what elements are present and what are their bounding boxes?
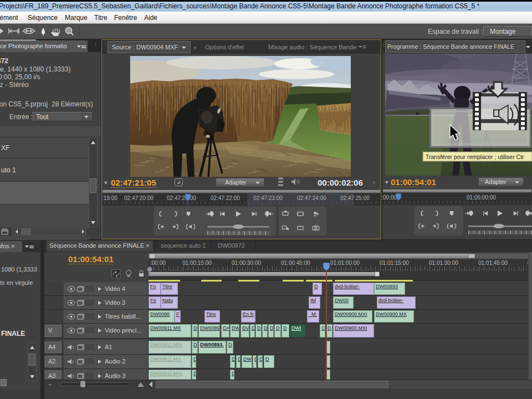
svg-text:Transférer pour remplacer ; ut: Transférer pour remplacer ; utiliser Ctr (426, 154, 524, 160)
